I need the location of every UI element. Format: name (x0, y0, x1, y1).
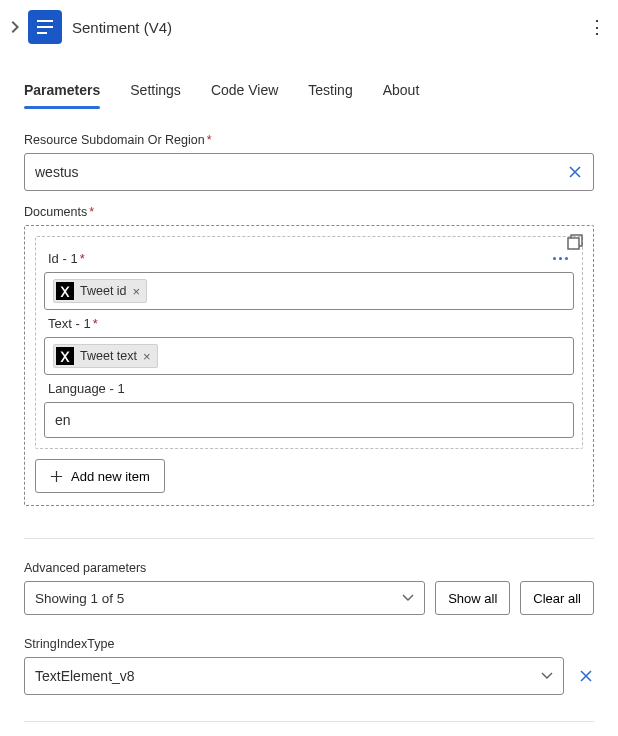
required-asterisk: * (93, 316, 98, 331)
advanced-label: Advanced parameters (24, 561, 594, 575)
id-token-remove-icon[interactable]: × (133, 284, 141, 299)
svg-rect-1 (37, 26, 53, 28)
show-all-button[interactable]: Show all (435, 581, 510, 615)
required-asterisk: * (207, 133, 212, 147)
text-token[interactable]: Tweet text× (53, 344, 158, 368)
tab-about[interactable]: About (383, 82, 420, 108)
language-value: en (55, 412, 71, 428)
tab-settings[interactable]: Settings (130, 82, 181, 108)
plus-icon (50, 470, 63, 483)
advanced-dropdown-value: Showing 1 of 5 (35, 591, 124, 606)
required-asterisk: * (89, 205, 94, 219)
collapse-chevron-icon[interactable] (8, 21, 22, 33)
section-divider (24, 721, 594, 722)
string-index-label: StringIndexType (24, 637, 594, 651)
id-token[interactable]: Tweet id× (53, 279, 147, 303)
show-all-label: Show all (448, 591, 497, 606)
item-more-icon[interactable] (553, 257, 574, 260)
overflow-menu-icon[interactable]: ⋮ (588, 24, 606, 30)
text-token-remove-icon[interactable]: × (143, 349, 151, 364)
id-input[interactable]: Tweet id× (44, 272, 574, 310)
string-index-dropdown[interactable]: TextElement_v8 (24, 657, 564, 695)
region-value: westus (35, 164, 79, 180)
text-input[interactable]: Tweet text× (44, 337, 574, 375)
region-label-text: Resource Subdomain Or Region (24, 133, 205, 147)
text-label-text: Text - 1 (48, 316, 91, 331)
chevron-down-icon (402, 594, 414, 602)
required-asterisk: * (80, 251, 85, 266)
content-area: Parameters Settings Code View Testing Ab… (0, 54, 618, 736)
section-divider (24, 538, 594, 539)
language-input[interactable]: en (44, 402, 574, 438)
tab-bar: Parameters Settings Code View Testing Ab… (24, 82, 594, 109)
id-label: Id - 1* (44, 245, 87, 272)
switch-array-mode-icon[interactable] (567, 234, 583, 250)
header-bar: Sentiment (V4) ⋮ (0, 0, 618, 54)
svg-rect-4 (568, 238, 579, 249)
clear-all-label: Clear all (533, 591, 581, 606)
advanced-row: Showing 1 of 5 Show all Clear all (24, 581, 594, 615)
string-index-value: TextElement_v8 (35, 668, 135, 684)
document-item-panel: Id - 1* Tweet id× Text - 1* (35, 236, 583, 449)
svg-rect-2 (37, 32, 47, 34)
tab-code-view[interactable]: Code View (211, 82, 278, 108)
region-label: Resource Subdomain Or Region* (24, 133, 594, 147)
add-new-item-label: Add new item (71, 469, 150, 484)
x-logo-icon (56, 347, 74, 365)
clear-all-button[interactable]: Clear all (520, 581, 594, 615)
documents-panel: Id - 1* Tweet id× Text - 1* (24, 225, 594, 506)
string-index-row: TextElement_v8 (24, 657, 594, 695)
add-new-item-button[interactable]: Add new item (35, 459, 165, 493)
advanced-dropdown[interactable]: Showing 1 of 5 (24, 581, 425, 615)
tab-testing[interactable]: Testing (308, 82, 352, 108)
id-token-text: Tweet id (80, 284, 127, 298)
text-token-text: Tweet text (80, 349, 137, 363)
chevron-down-icon (541, 672, 553, 680)
id-label-text: Id - 1 (48, 251, 78, 266)
tab-parameters[interactable]: Parameters (24, 82, 100, 108)
region-input[interactable]: westus (24, 153, 594, 191)
language-label: Language - 1 (44, 375, 574, 402)
action-logo (28, 10, 62, 44)
documents-label-text: Documents (24, 205, 87, 219)
string-index-clear-icon[interactable] (578, 668, 594, 684)
svg-rect-0 (37, 20, 53, 22)
documents-label: Documents* (24, 205, 594, 219)
text-label: Text - 1* (44, 310, 574, 337)
action-title: Sentiment (V4) (72, 19, 588, 36)
region-clear-icon[interactable] (567, 164, 583, 180)
x-logo-icon (56, 282, 74, 300)
